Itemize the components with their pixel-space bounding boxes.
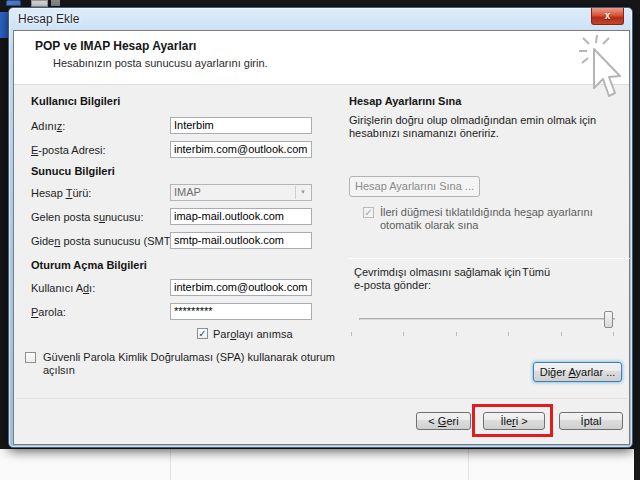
background-column-line [170, 449, 171, 480]
email-input[interactable]: interbim.com@outlook.com [170, 141, 312, 158]
background-page [0, 449, 634, 480]
annotation-next-highlight [472, 404, 553, 437]
add-account-dialog: Hesap Ekle x POP ve IMAP Hesap Ayarları … [8, 7, 633, 448]
section-server-info: Sunucu Bilgileri [31, 165, 115, 177]
spa-label[interactable]: Güvenli Parola Kimlik Doğrulaması (SPA) … [43, 351, 345, 377]
account-type-dropdown[interactable]: IMAP ▼ [170, 184, 312, 201]
background-folder-icon [6, 0, 21, 6]
email-label: E-posta Adresi: [31, 144, 106, 156]
background-window-icon [51, 0, 60, 6]
incoming-server-input[interactable]: imap-mail.outlook.com [170, 208, 312, 225]
dialog-client-area: POP ve IMAP Hesap Ayarları Hesabınızın p… [13, 30, 630, 445]
username-input[interactable]: interbim.com@outlook.com [170, 279, 312, 296]
remember-password-checkbox[interactable]: ✓ [197, 328, 208, 339]
more-settings-button[interactable]: Diğer Ayarlar ... [533, 362, 622, 382]
offline-mail-label: Çevrimdışı olmasını sağlamak için e-post… [354, 266, 524, 292]
page-title: POP ve IMAP Hesap Ayarları [35, 39, 196, 53]
password-label: Parola: [31, 306, 66, 318]
name-input[interactable]: Interbim [170, 117, 312, 134]
test-settings-description: Girişlerin doğru olup olmadığından emin … [349, 114, 640, 140]
slider-ticks [351, 332, 614, 336]
test-settings-title: Hesap Ayarlarını Sına [349, 95, 461, 107]
click-cursor-icon [577, 32, 631, 110]
incoming-server-label: Gelen posta sunucusu: [31, 211, 144, 223]
spa-checkbox[interactable] [25, 352, 36, 363]
test-account-settings-button[interactable]: Hesap Ayarlarını Sına ... [349, 176, 480, 197]
offline-section-divider [348, 258, 630, 259]
chevron-down-icon: ▼ [295, 186, 310, 199]
remember-password-label[interactable]: Parolayı anımsa [213, 328, 293, 340]
background-blue-chip [0, 12, 8, 38]
password-input[interactable]: ********* [170, 303, 312, 320]
username-label: Kullanıcı Adı: [31, 282, 95, 294]
section-user-info: Kullanıcı Bilgileri [31, 95, 120, 107]
button-row-divider [16, 398, 627, 399]
wizard-header: POP ve IMAP Hesap Ayarları Hesabınızın p… [14, 31, 629, 85]
outgoing-server-input[interactable]: smtp-mail.outlook.com [170, 232, 312, 249]
auto-test-label: İleri düğmesi tıklatıldığında hesap ayar… [380, 206, 632, 232]
offline-mail-slider-track[interactable] [359, 318, 615, 320]
window-title: Hesap Ekle [18, 12, 79, 26]
outgoing-server-label: Giden posta sunucusu (SMTP): [31, 235, 184, 247]
name-label: Adınız: [31, 120, 65, 132]
page-subtitle: Hesabınızın posta sunucusu ayarlarını gi… [53, 57, 268, 69]
cancel-button[interactable]: İptal [559, 412, 623, 430]
background-window-icon [31, 0, 48, 7]
offline-mail-slider-thumb[interactable] [604, 311, 613, 328]
background-column-line [468, 449, 469, 480]
offline-mail-value: Tümü [522, 266, 550, 278]
back-button[interactable]: < Geri [416, 412, 471, 430]
account-type-label: Hesap Türü: [31, 187, 91, 199]
close-button[interactable]: x [591, 8, 624, 25]
account-type-value: IMAP [174, 186, 201, 198]
auto-test-checkbox[interactable]: ✓ [363, 207, 374, 218]
section-logon-info: Oturum Açma Bilgileri [31, 259, 147, 271]
